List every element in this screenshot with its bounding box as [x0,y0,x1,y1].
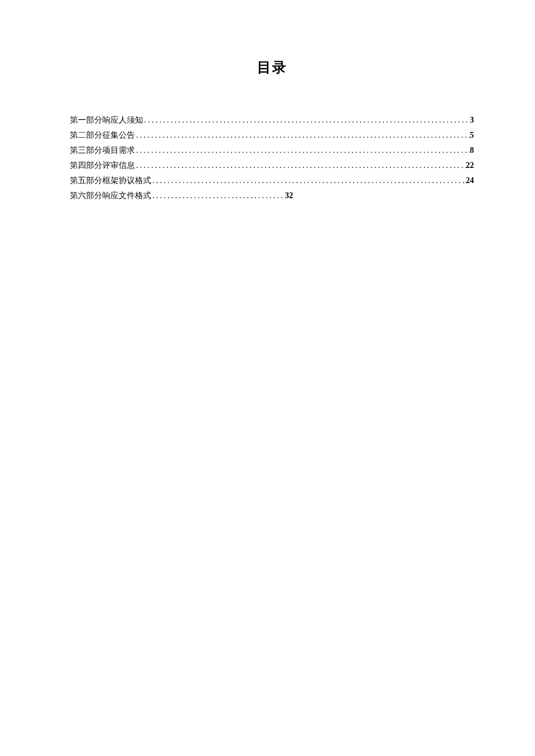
toc-entry: 第四部分评审信息 ...............................… [70,158,474,173]
toc-entry-label: 第五部分框架协议格式 [70,173,151,188]
toc-title: 目录 [70,58,474,77]
toc-entry-page: 32 [285,188,293,203]
toc-entry-label: 第三部分项目需求 [70,143,135,158]
toc-entry-page: 22 [466,158,474,173]
toc-entry-leader: ........................................… [135,128,470,143]
toc-entry: 第一部分响应人须知 ..............................… [70,113,474,128]
toc-entry-label: 第二部分征集公告 [70,128,135,143]
toc-entry-leader: ........................................… [135,143,470,158]
toc-entry-page: 3 [470,113,474,128]
toc-entry-label: 第一部分响应人须知 [70,113,143,128]
toc-entry-page: 5 [470,128,474,143]
toc-entry: 第二部分征集公告 ...............................… [70,128,474,143]
toc-entry-leader: ........................................… [151,188,285,203]
table-of-contents: 第一部分响应人须知 ..............................… [70,113,474,203]
toc-entry-page: 8 [470,143,474,158]
toc-entry-page: 24 [466,173,474,188]
toc-entry: 第五部分框架协议格式 .............................… [70,173,474,188]
toc-entry-leader: ........................................… [135,158,466,173]
toc-entry-leader: ........................................… [151,173,466,188]
toc-entry: 第三部分项目需求 ...............................… [70,143,474,158]
toc-entry-label: 第四部分评审信息 [70,158,135,173]
toc-entry-leader: ........................................… [143,113,470,128]
toc-entry: 第六部分响应文件格式 .............................… [70,188,474,203]
toc-entry-label: 第六部分响应文件格式 [70,188,151,203]
